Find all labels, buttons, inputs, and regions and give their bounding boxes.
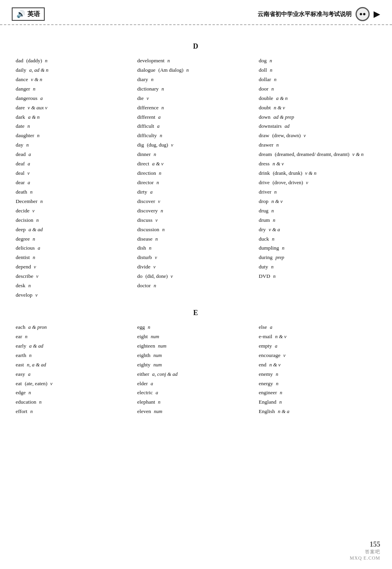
word-term: daughter [16,132,34,140]
list-item: east n, a & ad [16,361,133,369]
word-term: dentist [16,254,30,262]
word-term: December [16,198,37,206]
word-pos: n [27,123,30,130]
word-pos: v [50,380,53,388]
list-item: discovery n [137,207,255,215]
word-pos: n [270,67,272,74]
word-pos: n [25,333,27,341]
word-pos: a [270,324,272,331]
list-item: dare v & aux v [16,104,133,112]
list-item: double a & n [259,94,376,103]
speaker-icon: 🔊 [16,10,25,18]
word-term: draw [259,132,269,140]
word-pos: n [162,226,165,234]
word-term: disease [137,235,152,243]
word-extra: v & a [269,226,280,234]
list-item: delicious a [16,244,133,252]
word-pos: v [171,273,173,280]
word-pos: a [28,371,30,378]
list-item: dumpling n [259,244,376,252]
word-term: difficult [137,122,154,130]
word-term: dangerous [16,94,37,103]
word-term: either [137,370,149,379]
word-extra: v & n [305,169,316,177]
word-paren: (daddy) [26,57,42,65]
list-item: desk n [16,282,133,290]
section-d-header: D [16,42,376,51]
list-item: eight num [137,333,255,341]
word-pos: num [158,342,167,350]
word-pos: n [161,207,163,215]
word-paren: (Am dialog) [158,66,183,74]
word-pos: ad [285,123,290,130]
list-item: December n [16,198,133,206]
word-term: different [137,113,155,121]
watermark1: 答案吧 [365,549,380,555]
list-item: doctor n [137,282,255,290]
list-item: director n [137,179,255,187]
word-term: dream [259,150,272,159]
list-item: disturb v [137,254,255,262]
word-term: egg [137,323,145,332]
word-pos: n [156,179,159,187]
word-extra: ad & prep [273,113,294,121]
word-pos: a [275,342,277,350]
word-term: dress [259,160,270,168]
watermark2: MXQ E.COM [350,555,380,561]
word-pos: v [35,292,38,299]
list-item: dear a [16,179,133,187]
word-term: difficulty [137,132,157,140]
word-term: dare [16,104,25,112]
word-term: drug [259,207,269,215]
list-item: eat (ate, eaten) v [16,380,133,388]
word-term: difference [137,104,158,112]
word-pos: v [33,207,35,215]
header-right: 云南省初中学业水平标准与考试说明 ●● ▶ [258,7,380,21]
word-term: during [259,254,272,262]
word-extra: v & n [352,150,364,158]
list-item: doll n [259,66,376,74]
word-extra: a, conj & ad [152,370,178,378]
word-term: dictionary [137,85,159,93]
list-item: development n [137,57,255,65]
list-item: dish n [137,244,255,252]
word-term: dry [259,226,266,234]
word-pos: v [171,141,173,149]
word-term: dear [16,179,25,187]
word-pos: a [150,188,152,196]
word-paren: (drew, drawn) [272,132,301,140]
list-item: date n [16,122,133,130]
list-item: dangerous a [16,94,133,103]
list-item: decision n [16,216,133,225]
word-extra: a & ad [29,226,43,234]
d-col3: dog ndoll ndollar ndoor ndouble a & ndou… [259,57,376,299]
word-term: discuss [137,216,152,225]
word-paren: (drank, drunk) [273,169,302,177]
list-item: engineer n [259,389,376,397]
word-pos: n [271,207,274,215]
list-item: doubt n & v [259,104,376,112]
word-paren: (dreamed, dreamed/ dreamt, dreamt) [275,150,349,158]
list-item: England n [259,398,376,406]
word-pos: n [155,236,158,243]
word-pos: a [38,245,40,252]
arrow-icon: ▶ [374,9,380,19]
word-extra: n & v [269,361,281,369]
word-term: eighth [137,352,151,360]
list-item: difference n [137,104,255,112]
word-term: elephant [137,398,155,406]
word-term: dad [16,57,24,65]
list-item: daughter n [16,132,133,140]
word-term: deal [16,169,25,178]
word-pos: v [306,179,308,187]
word-term: England [259,398,276,406]
word-term: drive [259,179,270,187]
word-pos: n [276,380,278,388]
list-item: develop v [16,291,133,299]
word-pos: a [158,114,161,121]
word-term: date [16,122,25,130]
list-item: deep a & ad [16,226,133,234]
word-term: else [259,323,267,332]
word-term: dialogue [137,66,156,74]
word-term: deep [16,226,25,234]
